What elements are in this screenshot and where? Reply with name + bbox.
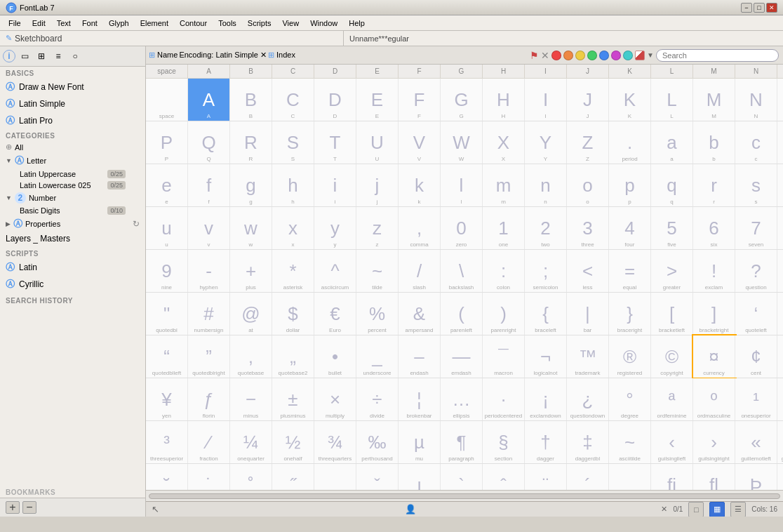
glyph-cell-currency[interactable]: ¤currency [693, 335, 735, 378]
glyph-cell-onesuperior[interactable]: ¹onesuperior [735, 378, 777, 420]
glyph-cell-periodcentered[interactable]: ·periodcentered [483, 378, 525, 420]
glyph-cell-equal[interactable]: =equal [609, 250, 651, 292]
glyph-cell-K[interactable]: KK [609, 79, 651, 121]
glyph-cell-ordmasculine[interactable]: ºordmasculine [693, 378, 735, 420]
glyph-cell-m[interactable]: mm [483, 164, 525, 206]
glyph-cell-W[interactable]: WW [441, 121, 483, 164]
glyph-cell-O[interactable]: OO [777, 79, 783, 121]
glyph-cell-N[interactable]: NN [735, 79, 777, 121]
glyph-cell-degree[interactable]: °degree [609, 378, 651, 420]
glyph-cell-braceright[interactable]: }braceright [609, 293, 651, 335]
close-button[interactable]: ✕ [766, 3, 777, 13]
glyph-cell-Z[interactable]: ZZ [567, 121, 609, 164]
glyph-cell-tilde[interactable]: ~tilde [356, 250, 399, 292]
glyph-cell-threesuperior[interactable]: ³threesuperior [146, 421, 188, 463]
glyph-cell-u[interactable]: uu [146, 207, 188, 249]
glyph-cell-fi[interactable]: ﬁfi [651, 464, 693, 490]
color-cyan[interactable] [623, 51, 633, 60]
glyph-cell-S[interactable]: SS [272, 121, 314, 164]
glyph-cell-brokenbar[interactable]: ¦brokenbar [399, 378, 441, 420]
horizontal-scrollbar[interactable] [149, 493, 780, 499]
menu-element[interactable]: Element [135, 18, 174, 29]
glyph-cell-caron[interactable]: ˇcaron [356, 464, 399, 490]
sidebar-sub-basic-digits[interactable]: Basic Digits 0/10 [0, 205, 145, 216]
glyph-cell-J[interactable]: JJ [567, 79, 609, 121]
glyph-cell-onequarter[interactable]: ¼onequarter [230, 421, 272, 463]
glyph-cell-yen[interactable]: ¥yen [146, 378, 188, 420]
glyph-cell-daggerdbl[interactable]: ‡daggerdbl [567, 421, 609, 463]
glyph-cell-o[interactable]: oo [567, 164, 609, 206]
glyph-cell-copyright[interactable]: ©copyright [651, 335, 693, 378]
color-orange[interactable] [563, 51, 573, 60]
maximize-button[interactable]: □ [754, 3, 765, 13]
menu-window[interactable]: Window [304, 18, 343, 29]
glyph-cell-cent[interactable]: ¢cent [735, 335, 777, 378]
glyph-cell-quoteleft[interactable]: ‘quoteleft [735, 293, 777, 335]
glyph-cell-H[interactable]: HH [483, 79, 525, 121]
glyph-cell-registered[interactable]: ®registered [609, 335, 651, 378]
glyph-cell-eight[interactable]: 8eight [777, 207, 783, 249]
sidebar-item-draw-new-font[interactable]: Ⓐ Draw a New Font [0, 79, 145, 95]
glyph-cell-emdash[interactable]: —emdash [441, 335, 483, 378]
glyph-cell-zero[interactable]: 0zero [441, 207, 483, 249]
glyph-cell-g[interactable]: gg [230, 164, 272, 206]
glyph-cell-braceleft[interactable]: {braceleft [525, 293, 567, 335]
glyph-cell-one[interactable]: 1one [483, 207, 525, 249]
glyph-cell-asciitilde[interactable]: ~asciitilde [609, 421, 651, 463]
dropdown-icon[interactable]: ▼ [647, 51, 654, 59]
sidebar-sub-latin-uppercase[interactable]: Latin Uppercase 0/25 [0, 168, 145, 180]
glyph-cell-quotedblleft[interactable]: “quotedblleft [146, 335, 188, 378]
circle-button[interactable]: ○ [67, 48, 83, 64]
glyph-cell-six[interactable]: 6six [693, 207, 735, 249]
glyph-cell-n[interactable]: nn [525, 164, 567, 206]
glyph-cell-minus[interactable]: −minus [230, 378, 272, 420]
glyph-cell-cedilla[interactable]: ¸cedilla [609, 464, 651, 490]
glyph-cell-quotesingle[interactable]: 'quotesingle [777, 250, 783, 292]
glyph-cell-section[interactable]: §section [483, 421, 525, 463]
glyph-cell-macron[interactable]: ¯macron [483, 335, 525, 378]
glyph-cell-dotaccent[interactable]: ˙dotaccent [188, 464, 230, 490]
glyph-cell-X[interactable]: XX [483, 121, 525, 164]
sidebar-category-properties[interactable]: ▶ Ⓐ Properties ↻ [0, 216, 145, 232]
sidebar-item-cyrillic-script[interactable]: Ⓐ Cyrillic [0, 276, 145, 293]
glyph-cell-T[interactable]: TT [314, 121, 356, 164]
glyph-cell-dieresis[interactable]: ¨dieresis [525, 464, 567, 490]
glyph-cell-t[interactable]: tt [777, 164, 783, 206]
glyph-cell-guilsinglright[interactable]: ›guilsinglright [693, 421, 735, 463]
glyph-cell-d[interactable]: dd [777, 121, 783, 164]
glyph-cell-ogonek[interactable]: ˛ogonek [314, 464, 356, 490]
menu-view[interactable]: View [276, 18, 304, 29]
glyph-cell-slash[interactable]: /slash [399, 250, 441, 292]
glyph-cell-ellipsis[interactable]: …ellipsis [441, 378, 483, 420]
glyph-cell-quoteright[interactable]: ’quoteright [777, 293, 783, 335]
glyph-cell-fraction[interactable]: ⁄fraction [188, 421, 230, 463]
glyph-cell-plusminus[interactable]: ±plusminus [272, 378, 314, 420]
glyph-cell-F[interactable]: FF [399, 79, 441, 121]
glyph-cell-question[interactable]: ?question [735, 250, 777, 292]
minimize-button[interactable]: − [741, 3, 752, 13]
glyph-cell-mu[interactable]: µmu [399, 421, 441, 463]
glyph-cell-Y[interactable]: YY [525, 121, 567, 164]
add-button[interactable]: + [6, 501, 20, 514]
glyph-cell-plus[interactable]: +plus [230, 250, 272, 292]
glyph-cell-I[interactable]: II [525, 79, 567, 121]
glyph-cell-B[interactable]: BB [230, 79, 272, 121]
glyph-cell-quotebase2[interactable]: „quotebase2 [272, 335, 314, 378]
glyph-cell-hyphen[interactable]: -hyphen [188, 250, 230, 292]
glyph-cell-multiply[interactable]: ×multiply [314, 378, 356, 420]
glyph-cell-k[interactable]: kk [399, 164, 441, 206]
tab-encoding-close-icon[interactable]: ✕ [260, 51, 267, 59]
glyph-cell-Thorn[interactable]: ÞThorn [735, 464, 777, 490]
glyph-cell-w[interactable]: ww [230, 207, 272, 249]
glyph-cell-trademark[interactable]: ™trademark [567, 335, 609, 378]
glyph-cell-fl[interactable]: ﬂfl [693, 464, 735, 490]
glyph-cell-three[interactable]: 3three [567, 207, 609, 249]
glyph-cell-dagger[interactable]: †dagger [525, 421, 567, 463]
glyph-cell-underscore[interactable]: _underscore [356, 335, 399, 378]
view-single-btn[interactable]: □ [688, 502, 704, 517]
glyph-cell-dollar[interactable]: $dollar [272, 293, 314, 335]
glyph-cell-florin[interactable]: ƒflorin [188, 378, 230, 420]
glyph-cell-comma[interactable]: ,comma [399, 207, 441, 249]
view-list-btn[interactable]: ☰ [730, 502, 746, 517]
glyph-cell-backslash[interactable]: \backslash [441, 250, 483, 292]
